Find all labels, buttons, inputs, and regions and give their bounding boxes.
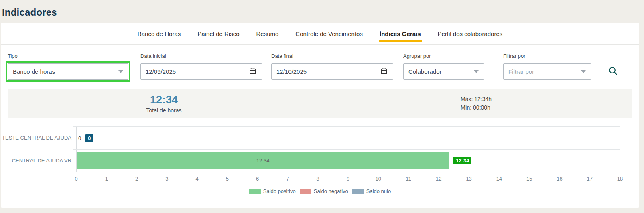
tipo-label: Tipo [8, 53, 128, 59]
legend-item-saldo-positivo: Saldo positivo [249, 188, 296, 194]
chart-legend: Saldo positivoSaldo negativoSaldo nulo [1, 188, 639, 194]
data-inicial-field: Data inicial 12/09/2025 [140, 53, 262, 80]
tipo-field: Tipo Banco de horas [8, 53, 128, 80]
filtrar-por-label: Filtrar por [503, 53, 591, 59]
tab-perfil-dos-colaboradores[interactable]: Perfil dos colaboradores [437, 30, 504, 44]
x-axis-tick: 4 [195, 176, 198, 182]
x-axis-tick: 3 [165, 176, 168, 182]
legend-label: Saldo negativo [314, 188, 348, 194]
bar-value-label: 0 [78, 135, 81, 141]
bar[interactable]: 12.34 [77, 152, 449, 169]
value-badge: 0 [85, 134, 93, 142]
tipo-select-value: Banco de horas [13, 68, 55, 75]
x-axis-tick: 10 [376, 176, 381, 182]
x-axis-tick: 15 [526, 176, 532, 182]
legend-item-saldo-nulo: Saldo nulo [352, 188, 391, 194]
value-badge: 12:34 [453, 157, 471, 164]
x-axis-tick: 14 [496, 176, 502, 182]
x-axis-tick: 17 [587, 176, 592, 182]
chevron-down-icon [118, 70, 123, 73]
agrupar-por-select[interactable]: Colaborador [403, 63, 484, 80]
legend-item-saldo-negativo: Saldo negativo [300, 188, 348, 194]
max-hours-label: Máx: 12:34h [461, 95, 492, 103]
filtrar-por-field: Filtrar por Filtrar por [503, 53, 591, 80]
x-axis-tick: 5 [226, 176, 229, 182]
filter-bar: Tipo Banco de horas Data inicial 12/09/2… [8, 53, 618, 80]
chevron-down-icon [581, 70, 586, 73]
legend-label: Saldo nulo [366, 188, 391, 194]
bar-category-label: CENTRAL DE AJUDA VR [1, 149, 76, 172]
agrupar-por-label: Agrupar por [403, 53, 484, 59]
chart-row: TESTE CENTRAL DE AJUDA00 [1, 126, 639, 149]
page-title: Indicadores [2, 7, 57, 18]
bar-track: 12.3412:34 [76, 149, 620, 172]
tab-indices-gerais[interactable]: Índices Gerais [379, 30, 422, 44]
bar-value-label: 12.34 [256, 158, 270, 164]
calendar-icon[interactable] [380, 67, 388, 76]
tipo-highlight-box: Banco de horas [6, 61, 130, 82]
x-axis: 0123456789101112131415161718 [76, 172, 620, 183]
x-axis-tick: 6 [256, 176, 259, 182]
x-axis-tick: 7 [286, 176, 289, 182]
tab-bar: Banco de HorasPainel de RiscoResumoContr… [1, 23, 639, 45]
legend-swatch [249, 189, 261, 194]
data-final-label: Data final [271, 53, 393, 59]
x-axis-tick: 18 [617, 176, 623, 182]
filtrar-por-select[interactable]: Filtrar por [503, 63, 591, 80]
tab-resumo[interactable]: Resumo [256, 30, 280, 44]
data-inicial-value: 12/09/2025 [146, 68, 176, 75]
search-icon [608, 66, 618, 77]
bar-track: 00 [76, 126, 620, 149]
data-final-input[interactable]: 12/10/2025 [271, 63, 393, 80]
tab-controle-de-vencimentos[interactable]: Controle de Vencimentos [295, 30, 364, 44]
data-final-value: 12/10/2025 [276, 68, 307, 75]
indicators-panel: Banco de HorasPainel de RiscoResumoContr… [1, 23, 639, 208]
chevron-down-icon [474, 70, 479, 73]
filtrar-por-placeholder: Filtrar por [508, 68, 534, 75]
total-hours-value: 12:34 [150, 94, 178, 106]
search-button[interactable] [608, 63, 618, 80]
summary-total: 12:34 Total de horas [8, 94, 320, 114]
legend-swatch [300, 189, 311, 194]
x-axis-tick: 12 [436, 176, 441, 182]
chart-rows: TESTE CENTRAL DE AJUDA00CENTRAL DE AJUDA… [1, 126, 639, 172]
bar-chart: TESTE CENTRAL DE AJUDA00CENTRAL DE AJUDA… [1, 126, 639, 194]
x-axis-tick: 9 [347, 176, 349, 182]
legend-swatch [352, 189, 364, 194]
x-axis-tick: 8 [317, 176, 319, 182]
total-hours-label: Total de horas [146, 107, 182, 114]
tab-banco-de-horas[interactable]: Banco de Horas [137, 30, 182, 44]
data-final-field: Data final 12/10/2025 [271, 53, 393, 80]
bar-category-label: TESTE CENTRAL DE AJUDA [1, 126, 76, 149]
calendar-icon[interactable] [249, 67, 257, 76]
x-axis-tick: 13 [466, 176, 471, 182]
summary-max-min: Máx: 12:34h Mín: 00:00h [320, 95, 632, 112]
agrupar-por-value: Colaborador [408, 68, 442, 75]
chart-row: CENTRAL DE AJUDA VR12.3412:34 [1, 149, 639, 172]
data-inicial-label: Data inicial [140, 53, 262, 59]
x-axis-tick: 0 [75, 176, 77, 182]
x-axis-tick: 16 [557, 176, 562, 182]
summary-band: 12:34 Total de horas Máx: 12:34h Mín: 00… [8, 89, 632, 118]
legend-label: Saldo positivo [263, 188, 296, 194]
x-axis-tick: 1 [105, 176, 108, 182]
tab-painel-de-risco[interactable]: Painel de Risco [197, 30, 240, 44]
tipo-select[interactable]: Banco de horas [8, 63, 128, 80]
x-axis-tick: 2 [135, 176, 138, 182]
data-inicial-input[interactable]: 12/09/2025 [140, 63, 262, 80]
agrupar-por-field: Agrupar por Colaborador [403, 53, 484, 80]
x-axis-tick: 11 [406, 176, 411, 182]
min-hours-label: Mín: 00:00h [461, 103, 492, 112]
